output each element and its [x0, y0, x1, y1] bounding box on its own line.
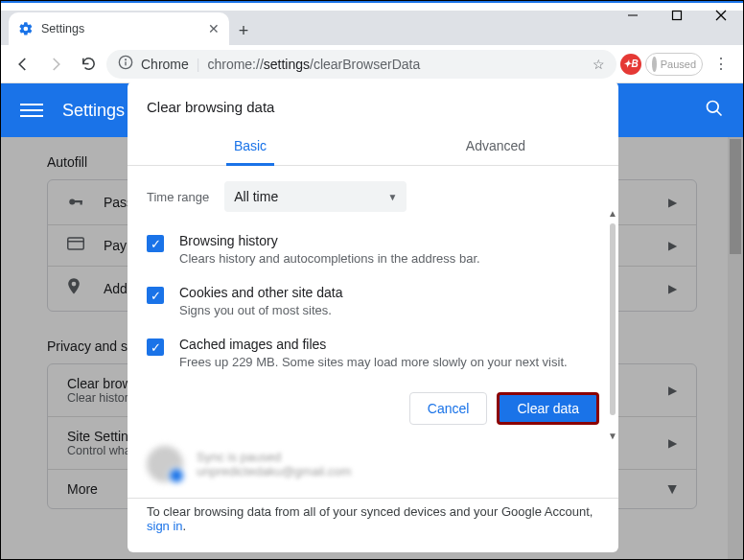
scroll-up-icon[interactable]: ▲ — [608, 208, 617, 219]
browser-toolbar: Chrome | chrome://settings/clearBrowserD… — [1, 45, 743, 83]
time-range-label: Time range — [147, 190, 209, 204]
browser-tab[interactable]: Settings ✕ — [9, 12, 229, 45]
extension-icon[interactable]: ✦B — [620, 54, 641, 75]
address-bar[interactable]: Chrome | chrome://settings/clearBrowserD… — [106, 50, 616, 79]
option-sub: Clears history and autocompletions in th… — [179, 251, 480, 266]
tab-advanced[interactable]: Advanced — [373, 127, 618, 165]
forward-button[interactable] — [41, 50, 70, 79]
cancel-button[interactable]: Cancel — [409, 392, 488, 425]
hamburger-icon[interactable] — [20, 99, 43, 122]
svg-line-8 — [717, 111, 722, 116]
sync-email: unpredictedaku@gmail.com — [197, 464, 351, 478]
bookmark-star-icon[interactable]: ☆ — [593, 57, 605, 72]
url-rest: /clearBrowserData — [310, 57, 420, 72]
window-controls — [611, 1, 743, 30]
dialog-footer: To clear browsing data from all of your … — [128, 498, 618, 547]
avatar — [147, 446, 183, 482]
menu-button[interactable]: ⋮ — [707, 50, 735, 79]
dialog-actions: Cancel Clear data — [128, 379, 618, 438]
clear-browsing-data-dialog: Clear browsing data Basic Advanced ▲ ▼ T… — [128, 82, 618, 552]
checkbox-checked-icon[interactable]: ✓ — [147, 338, 164, 356]
svg-rect-1 — [673, 12, 682, 20]
option-sub: Frees up 229 MB. Some sites may load mor… — [179, 355, 568, 369]
checkbox-checked-icon[interactable]: ✓ — [147, 235, 164, 252]
cookies-option[interactable]: ✓ Cookies and other site data Signs you … — [147, 275, 599, 327]
close-icon[interactable]: ✕ — [208, 21, 220, 36]
svg-point-5 — [125, 58, 127, 60]
clear-data-button[interactable]: Clear data — [497, 392, 599, 425]
option-title: Cookies and other site data — [179, 285, 342, 300]
profile-status: Paused — [661, 58, 696, 70]
url-scheme: chrome:// — [207, 57, 263, 72]
time-range-select[interactable]: All time ▼ — [224, 181, 407, 212]
scroll-down-icon[interactable]: ▼ — [608, 431, 617, 441]
checkbox-checked-icon[interactable]: ✓ — [147, 287, 164, 304]
browsing-history-option[interactable]: ✓ Browsing history Clears history and au… — [147, 223, 599, 275]
window-minimize-button[interactable] — [611, 1, 655, 30]
svg-point-7 — [708, 102, 719, 113]
time-range-value: All time — [234, 189, 278, 204]
sync-status-row: Sync is paused unpredictedaku@gmail.com — [128, 438, 618, 492]
cache-option[interactable]: ✓ Cached images and files Frees up 229 M… — [147, 327, 599, 379]
option-title: Browsing history — [179, 233, 480, 248]
profile-chip[interactable]: Paused — [645, 53, 703, 76]
dialog-scrollbar[interactable] — [610, 223, 616, 415]
tab-basic[interactable]: Basic — [128, 127, 373, 165]
back-button[interactable] — [9, 50, 37, 79]
url-main: settings — [264, 57, 310, 72]
tab-title: Settings — [41, 22, 84, 35]
svg-rect-6 — [125, 61, 126, 65]
new-tab-button[interactable]: + — [229, 16, 258, 45]
option-sub: Signs you out of most sites. — [179, 303, 342, 317]
reload-button[interactable] — [74, 50, 103, 79]
avatar-icon — [652, 57, 657, 72]
window-maximize-button[interactable] — [655, 1, 699, 30]
url-prefix: Chrome — [141, 57, 189, 72]
window-close-button[interactable] — [699, 1, 743, 30]
dialog-body: ▲ ▼ Time range All time ▼ ✓ Browsing his… — [128, 166, 618, 379]
gear-icon — [18, 21, 34, 36]
site-info-icon[interactable] — [118, 55, 133, 73]
time-range-row: Time range All time ▼ — [147, 181, 599, 212]
option-title: Cached images and files — [179, 337, 568, 352]
footer-text: To clear browsing data from all of your … — [147, 504, 593, 519]
sync-title: Sync is paused — [197, 450, 351, 464]
search-icon[interactable] — [705, 99, 724, 122]
sign-in-link[interactable]: sign in — [147, 519, 183, 533]
dialog-tabs: Basic Advanced — [128, 127, 618, 166]
chevron-down-icon: ▼ — [387, 192, 397, 202]
dialog-title: Clear browsing data — [128, 82, 618, 127]
